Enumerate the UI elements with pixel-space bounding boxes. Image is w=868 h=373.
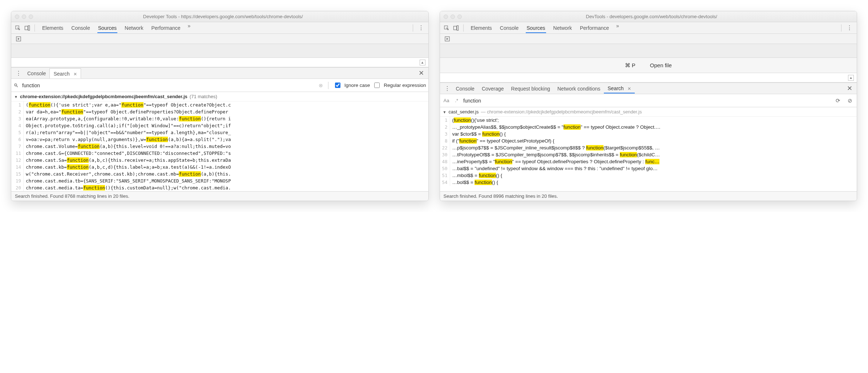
close-tab-icon[interactable]: ✕ [627, 86, 631, 91]
result-line[interactable]: 1(function(){'use strict'; [440, 117, 857, 124]
search-input[interactable] [463, 96, 831, 105]
tab-elements[interactable]: Elements [41, 23, 64, 33]
line-content: chrome.cast.Sa=function(a,b,c){this.rece… [24, 157, 428, 164]
line-number: 4 [11, 122, 24, 129]
result-line[interactable]: 30…tPrototypeOf$$ = $JSCompiler_temp$jsc… [440, 151, 857, 158]
result-line[interactable]: 48…ineProperty$$ = "function" == typeof … [440, 158, 857, 165]
result-line[interactable]: 3ea(Array.prototype,a,{configurable:!0,w… [11, 115, 428, 122]
settings-menu-icon[interactable]: ⋮ [844, 24, 855, 31]
cancel-icon[interactable]: ⊘ [845, 97, 855, 104]
close-dot[interactable] [15, 15, 19, 19]
clear-search-icon[interactable]: ⊗ [319, 83, 323, 88]
close-tab-icon[interactable]: ✕ [73, 72, 77, 77]
max-dot[interactable] [457, 15, 462, 19]
tab-sources[interactable]: Sources [526, 23, 546, 33]
line-number: 14 [11, 164, 24, 171]
line-content: (function(){'use strict'; [450, 117, 857, 124]
tab-console[interactable]: Console [499, 23, 519, 33]
drawer-tab-request-blocking[interactable]: Request blocking [508, 84, 554, 93]
drawer-tabs: ⋮ Console Coverage Request blocking Netw… [440, 83, 857, 94]
editor-blank-area [440, 44, 857, 58]
result-line[interactable]: 51…mbol$$ = function() { [440, 172, 857, 179]
result-line[interactable]: 2…_prototypeAlias$$, $$jscomp$objectCrea… [440, 124, 857, 131]
close-drawer-icon[interactable]: ✕ [845, 84, 855, 92]
match-case-toggle[interactable]: Aa [442, 98, 451, 103]
drawer-tab-network-conditions[interactable]: Network conditions [554, 84, 604, 93]
result-line[interactable]: 22…p$jscomp$7$$ = $JSCompiler_inline_res… [440, 144, 857, 151]
settings-menu-icon[interactable]: ⋮ [416, 24, 426, 31]
device-toggle-icon[interactable] [23, 24, 32, 32]
open-file-bar[interactable]: ⌘ P Open file [440, 58, 857, 73]
result-line[interactable]: 7chrome.cast.Volume=function(a,b){this.l… [11, 143, 428, 150]
close-dot[interactable] [444, 15, 448, 19]
result-line[interactable]: 54…bol$$ = function() { [440, 179, 857, 186]
traffic-lights [15, 15, 33, 19]
result-line[interactable]: 3var $ctor$$ = function() { [440, 131, 857, 137]
result-line[interactable]: 50…bal$$ = "undefined" != typeof window … [440, 165, 857, 172]
result-sep: — [481, 109, 487, 115]
result-file-header[interactable]: ▼ chrome-extension://pkedcjkdefgpdelpbcm… [11, 92, 428, 101]
sources-toolbar [440, 34, 857, 44]
result-line[interactable]: 12chrome.cast.Sa=function(a,b,c){this.re… [11, 157, 428, 164]
search-match-highlight: function [454, 117, 471, 123]
line-content: …tPrototypeOf$$ = $JSCompiler_temp$jscom… [450, 151, 857, 158]
result-line[interactable]: 2var da=h,ea="function"==typeof Object.d… [11, 108, 428, 115]
result-line[interactable]: 15w("chrome.cast.Receiver",chrome.cast.k… [11, 171, 428, 177]
line-number: 1 [440, 117, 450, 124]
search-row: 🔍︎ ⊗ Ignore case Regular expression [11, 79, 428, 92]
result-line[interactable]: 19chrome.cast.media.tb={SANS_SERIF:"SANS… [11, 177, 428, 184]
more-tabs-chevron-icon[interactable]: » [616, 23, 619, 33]
drawer-tab-console[interactable]: Console [452, 84, 478, 93]
more-tabs-chevron-icon[interactable]: » [188, 23, 191, 33]
inspect-icon[interactable] [442, 24, 451, 32]
drawer-tab-search[interactable]: Search ✕ [49, 68, 81, 79]
result-line[interactable]: 20chrome.cast.media.ta=function(){this.c… [11, 184, 428, 191]
result-line[interactable]: 8if ("function" == typeof Object.setProt… [440, 137, 857, 144]
collapse-icon[interactable]: ▲ [848, 75, 854, 81]
search-match-highlight: function [67, 157, 89, 163]
tab-console[interactable]: Console [70, 23, 90, 33]
ignore-case-checkbox[interactable] [335, 83, 340, 88]
drawer-tab-console[interactable]: Console [24, 68, 49, 78]
result-line[interactable]: 11chrome.cast.G={CONNECTED:"connected",D… [11, 150, 428, 157]
drawer-tab-coverage[interactable]: Coverage [478, 84, 508, 93]
refresh-icon[interactable]: ⟳ [833, 97, 843, 104]
search-match-highlight: function [67, 164, 89, 170]
result-line[interactable]: 14chrome.cast.kb=function(a,b,c,d){this.… [11, 164, 428, 171]
line-number: 2 [440, 124, 450, 131]
line-content: (function(){'use strict';var e,aa="funct… [24, 101, 428, 108]
drawer-menu-icon[interactable]: ⋮ [442, 85, 452, 92]
result-line[interactable]: 1(function(){'use strict';var e,aa="func… [11, 101, 428, 108]
tab-performance[interactable]: Performance [150, 23, 181, 33]
max-dot[interactable] [29, 15, 33, 19]
drawer-menu-icon[interactable]: ⋮ [13, 70, 24, 77]
collapse-icon[interactable]: ▲ [420, 60, 425, 65]
regex-checkbox[interactable] [374, 83, 380, 88]
result-line[interactable]: 6v=oa:v=pa;return v.apply(null,arguments… [11, 136, 428, 143]
regex-label: Regular expression [384, 83, 426, 88]
tab-network[interactable]: Network [553, 23, 573, 33]
min-dot[interactable] [451, 15, 455, 19]
close-drawer-icon[interactable]: ✕ [416, 69, 426, 77]
search-input[interactable] [21, 81, 316, 90]
result-line[interactable]: 5r(a);return"array"==b||"object"==b&&"nu… [11, 129, 428, 136]
show-navigator-icon[interactable] [14, 35, 23, 43]
tab-sources[interactable]: Sources [97, 23, 117, 33]
show-navigator-icon[interactable] [443, 35, 452, 43]
status-bar: Search finished. Found 8768 matching lin… [11, 191, 428, 201]
result-line[interactable]: 4Object.prototype.toString.call(a);if("[… [11, 122, 428, 129]
svg-rect-1 [25, 26, 28, 30]
result-file-header[interactable]: ▼ cast_sender.js — chrome-extension://pk… [440, 107, 857, 117]
tab-performance[interactable]: Performance [579, 23, 610, 33]
drawer-tab-search[interactable]: Search ✕ [604, 83, 634, 93]
device-toggle-icon[interactable] [452, 24, 460, 32]
tab-network[interactable]: Network [124, 23, 144, 33]
disclosure-triangle-icon[interactable]: ▼ [14, 95, 18, 99]
line-content: chrome.cast.G={CONNECTED:"connected",DIS… [24, 150, 428, 157]
min-dot[interactable] [22, 15, 26, 19]
regex-toggle[interactable]: .* [453, 98, 460, 103]
line-number: 50 [440, 165, 450, 172]
tab-elements[interactable]: Elements [470, 23, 493, 33]
disclosure-triangle-icon[interactable]: ▼ [443, 110, 447, 114]
inspect-icon[interactable] [13, 24, 22, 32]
